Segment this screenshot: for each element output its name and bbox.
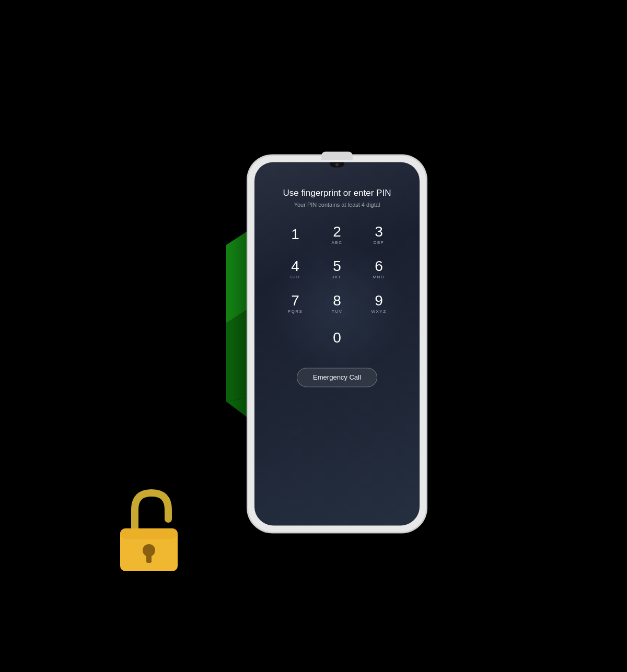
- phone-screen: Use fingerprint or enter PIN Your PIN co…: [254, 162, 420, 525]
- pin-title: Use fingerprint or enter PIN: [283, 188, 391, 198]
- pin-subtitle: Your PIN contains at least 4 digtal: [294, 202, 380, 208]
- key-4[interactable]: 4 GHI: [277, 255, 314, 284]
- keypad: 1 2 ABC 3 DEF 4 GHI: [277, 220, 397, 353]
- key-1[interactable]: 1: [277, 220, 314, 250]
- key-0[interactable]: 0: [319, 324, 355, 353]
- padlock-svg: [110, 482, 193, 576]
- scene: Use fingerprint or enter PIN Your PIN co…: [78, 49, 549, 623]
- padlock-icon: [110, 482, 193, 576]
- key-3[interactable]: 3 DEF: [361, 220, 397, 250]
- key-6[interactable]: 6 MNO: [361, 255, 397, 284]
- camera-icon: [335, 163, 339, 166]
- key-7[interactable]: 7 PQRS: [277, 289, 314, 319]
- svg-rect-13: [146, 555, 152, 563]
- key-9[interactable]: 9 WXYZ: [361, 289, 397, 319]
- key-8[interactable]: 8 TUV: [319, 289, 355, 319]
- phone-notch: [330, 162, 344, 167]
- phone-device: Use fingerprint or enter PIN Your PIN co…: [248, 156, 426, 532]
- emergency-call-button[interactable]: Emergency Call: [297, 368, 377, 387]
- key-2[interactable]: 2 ABC: [319, 220, 355, 250]
- key-5[interactable]: 5 JKL: [319, 255, 355, 284]
- phone-content: Use fingerprint or enter PIN Your PIN co…: [254, 162, 420, 525]
- svg-rect-11: [120, 528, 178, 539]
